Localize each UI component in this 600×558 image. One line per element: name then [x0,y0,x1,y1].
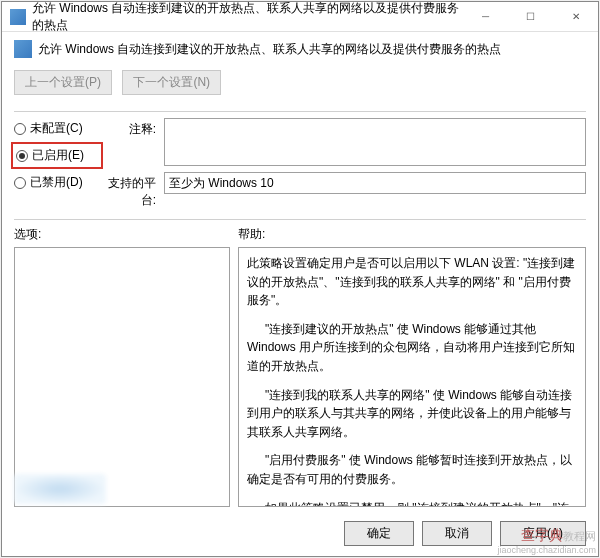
policy-header: 允许 Windows 自动连接到建议的开放热点、联系人共享的网络以及提供付费服务… [2,32,598,66]
cancel-button[interactable]: 取消 [422,521,492,546]
watermark-text: 教程网 [563,530,596,542]
help-text: 如果此策略设置已禁用，则 "连接到建议的开放热点"、"连接到我的联系人共享的网络… [247,499,577,507]
platform-field: 至少为 Windows 10 [164,172,586,194]
help-panel[interactable]: 此策略设置确定用户是否可以启用以下 WLAN 设置: "连接到建议的开放热点"、… [238,247,586,507]
platform-label: 支持的平台: [100,172,164,209]
window-title: 允许 Windows 自动连接到建议的开放热点、联系人共享的网络以及提供付费服务… [32,0,463,34]
help-text: "连接到建议的开放热点" 使 Windows 能够通过其他 Windows 用户… [247,320,577,376]
minimize-button[interactable]: ─ [463,2,508,32]
policy-dialog: 允许 Windows 自动连接到建议的开放热点、联系人共享的网络以及提供付费服务… [1,1,599,557]
policy-icon [14,40,32,58]
radio-label: 未配置(C) [30,120,83,137]
panel-labels: 选项: 帮助: [2,226,598,247]
highlight-box: 已启用(E) [11,142,103,169]
comment-textarea[interactable] [164,118,586,166]
maximize-button[interactable]: ☐ [508,2,553,32]
decorative-blur [14,474,106,504]
window-controls: ─ ☐ ✕ [463,2,598,32]
titlebar: 允许 Windows 自动连接到建议的开放热点、联系人共享的网络以及提供付费服务… [2,2,598,32]
radio-dot-icon [14,123,26,135]
state-radios: 未配置(C) 已启用(E) 已禁用(D) [14,118,100,209]
radio-label: 已启用(E) [32,147,84,164]
config-area: 未配置(C) 已启用(E) 已禁用(D) 注释: 支持的平台: 至少为 Wind… [2,118,598,213]
radio-label: 已禁用(D) [30,174,83,191]
nav-button-row: 上一个设置(P) 下一个设置(N) [2,66,598,105]
previous-setting-button[interactable]: 上一个设置(P) [14,70,112,95]
help-text: 此策略设置确定用户是否可以启用以下 WLAN 设置: "连接到建议的开放热点"、… [247,254,577,310]
radio-disabled[interactable]: 已禁用(D) [14,174,100,191]
fields-block: 注释: 支持的平台: 至少为 Windows 10 [100,118,586,209]
radio-not-configured[interactable]: 未配置(C) [14,120,100,137]
close-button[interactable]: ✕ [553,2,598,32]
comment-label: 注释: [100,118,164,138]
ok-button[interactable]: 确定 [344,521,414,546]
watermark-url: jiaocheng.chazidian.com [497,545,596,555]
options-label: 选项: [14,226,238,243]
radio-dot-icon [14,177,26,189]
radio-dot-icon [16,150,28,162]
radio-enabled[interactable]: 已启用(E) [16,147,98,164]
watermark-text: 查字典 [521,527,563,543]
app-icon [10,9,26,25]
options-panel[interactable] [14,247,230,507]
help-text: "连接到我的联系人共享的网络" 使 Windows 能够自动连接到用户的联系人与… [247,386,577,442]
policy-title: 允许 Windows 自动连接到建议的开放热点、联系人共享的网络以及提供付费服务… [38,41,501,58]
separator [14,219,586,220]
separator [14,111,586,112]
next-setting-button[interactable]: 下一个设置(N) [122,70,221,95]
help-label: 帮助: [238,226,265,243]
watermark: 查字典教程网 jiaocheng.chazidian.com [497,528,596,556]
help-text: "启用付费服务" 使 Windows 能够暂时连接到开放热点，以确定是否有可用的… [247,451,577,488]
